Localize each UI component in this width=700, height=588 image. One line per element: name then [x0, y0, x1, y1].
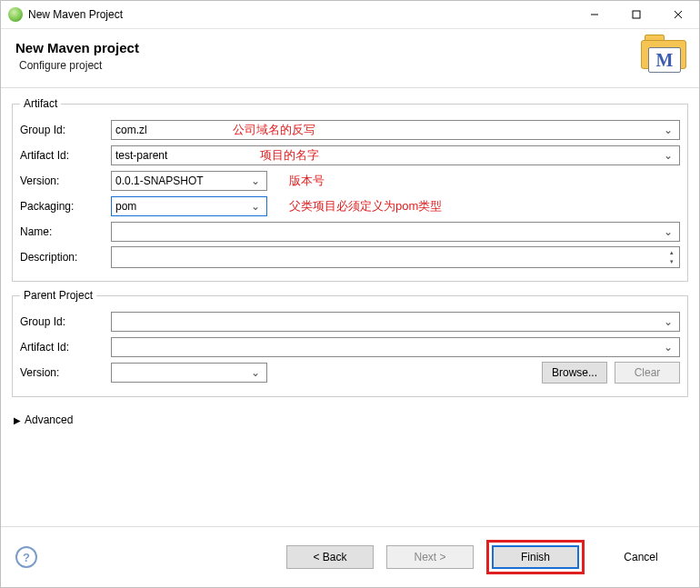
finish-highlight-box: Finish — [486, 540, 585, 574]
artifact-id-value: test-parent — [115, 149, 167, 162]
parent-version-combo[interactable]: ⌄ — [111, 363, 267, 383]
chevron-down-icon[interactable]: ▾ — [665, 257, 678, 266]
minimize-button[interactable] — [574, 1, 615, 28]
artifact-group: Artifact Group Id: com.zl 公司域名的反写 ⌄ Arti… — [12, 97, 688, 282]
description-label: Description: — [20, 251, 111, 264]
chevron-down-icon: ⌄ — [661, 315, 675, 328]
description-input[interactable]: ▴ ▾ — [111, 246, 680, 268]
page-title: New Maven project — [15, 40, 641, 55]
finish-button[interactable]: Finish — [492, 545, 579, 569]
advanced-toggle[interactable]: ▶ Advanced — [12, 404, 688, 430]
packaging-annotation: 父类项目必须定义为pom类型 — [289, 198, 442, 214]
group-id-label: Group Id: — [20, 124, 111, 136]
maven-wizard-icon: M — [641, 38, 685, 75]
page-subtitle: Configure project — [19, 59, 641, 72]
chevron-down-icon: ⌄ — [248, 174, 263, 187]
version-label: Version: — [20, 174, 111, 187]
chevron-up-icon[interactable]: ▴ — [665, 248, 678, 257]
group-id-annotation: 公司域名的反写 — [233, 122, 315, 138]
artifact-id-annotation: 项目的名字 — [260, 147, 319, 164]
parent-version-label: Version: — [20, 366, 111, 379]
parent-group-id-label: Group Id: — [20, 315, 111, 328]
maximize-button[interactable] — [615, 1, 657, 28]
group-id-value: com.zl — [115, 124, 147, 136]
help-icon[interactable]: ? — [15, 546, 37, 568]
artifact-id-label: Artifact Id: — [20, 149, 111, 162]
version-annotation: 版本号 — [289, 173, 325, 189]
parent-group-id-combo[interactable]: ⌄ — [111, 312, 680, 332]
packaging-combo[interactable]: pom ⌄ — [111, 196, 267, 216]
version-combo[interactable]: 0.0.1-SNAPSHOT ⌄ — [111, 171, 267, 191]
packaging-value: pom — [115, 200, 136, 213]
close-button[interactable] — [657, 1, 699, 28]
svg-rect-1 — [633, 11, 640, 18]
parent-artifact-id-label: Artifact Id: — [20, 341, 111, 354]
name-combo[interactable]: ⌄ — [111, 222, 680, 242]
window-title: New Maven Project — [28, 8, 574, 21]
wizard-body: Artifact Group Id: com.zl 公司域名的反写 ⌄ Arti… — [1, 88, 699, 526]
chevron-down-icon: ⌄ — [661, 225, 675, 238]
version-value: 0.0.1-SNAPSHOT — [115, 174, 204, 187]
chevron-down-icon: ⌄ — [661, 124, 675, 136]
next-button: Next > — [386, 545, 474, 569]
maven-app-icon — [8, 7, 23, 22]
parent-project-group: Parent Project Group Id: ⌄ Artifact Id: … — [12, 289, 688, 397]
titlebar: New Maven Project — [1, 1, 699, 29]
cancel-button[interactable]: Cancel — [597, 545, 685, 569]
parent-artifact-id-combo[interactable]: ⌄ — [111, 337, 680, 357]
wizard-footer: ? < Back Next > Finish Cancel — [1, 526, 699, 587]
name-label: Name: — [20, 225, 111, 238]
description-spinner[interactable]: ▴ ▾ — [665, 248, 678, 266]
window-controls — [574, 1, 699, 28]
advanced-label: Advanced — [25, 414, 73, 426]
packaging-label: Packaging: — [20, 200, 111, 213]
browse-button[interactable]: Browse... — [542, 362, 607, 384]
chevron-down-icon: ⌄ — [661, 341, 675, 354]
chevron-down-icon: ⌄ — [248, 366, 263, 379]
wizard-header: New Maven project Configure project M — [1, 29, 699, 88]
back-button[interactable]: < Back — [286, 545, 374, 569]
artifact-legend: Artifact — [20, 97, 61, 110]
chevron-down-icon: ⌄ — [661, 149, 675, 162]
clear-button[interactable]: Clear — [615, 362, 680, 384]
dialog-window: New Maven Project New Maven project Conf… — [0, 0, 700, 588]
chevron-down-icon: ⌄ — [248, 200, 263, 213]
artifact-id-combo[interactable]: test-parent 项目的名字 ⌄ — [111, 145, 680, 165]
triangle-right-icon: ▶ — [14, 415, 21, 425]
parent-legend: Parent Project — [20, 289, 96, 302]
group-id-combo[interactable]: com.zl 公司域名的反写 ⌄ — [111, 120, 680, 140]
